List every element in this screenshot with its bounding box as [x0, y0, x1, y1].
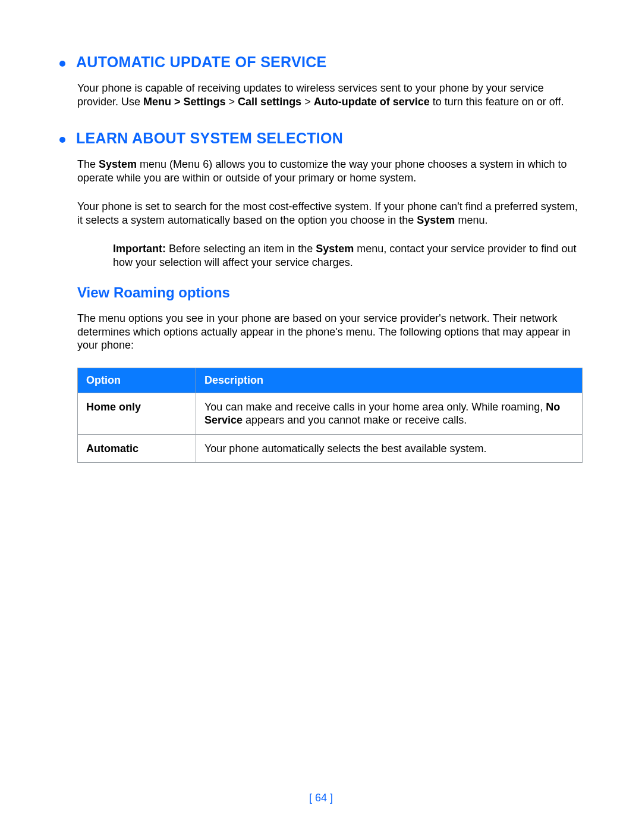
bold-term: System — [316, 243, 354, 255]
paragraph: Your phone is set to search for the most… — [77, 200, 583, 227]
bullet-icon — [59, 137, 65, 143]
text: You can make and receive calls in your h… — [204, 401, 546, 413]
table-header-row: Option Description — [78, 368, 583, 393]
option-cell: Automatic — [78, 434, 196, 463]
document-page: AUTOMATIC UPDATE OF SERVICE Your phone i… — [0, 0, 642, 840]
text: appears and you cannot make or receive c… — [246, 414, 467, 426]
section-heading-system-selection: LEARN ABOUT SYSTEM SELECTION — [59, 130, 583, 147]
option-cell: Home only — [78, 393, 196, 434]
subheading-roaming-options: View Roaming options — [77, 284, 583, 301]
text: menu (Menu 6) allows you to customize th… — [77, 158, 567, 184]
table-row: Automatic Your phone automatically selec… — [78, 434, 583, 463]
text: The — [77, 158, 99, 170]
paragraph: The System menu (Menu 6) allows you to c… — [77, 158, 583, 184]
bold-term: System — [417, 214, 455, 226]
paragraph: Your phone is capable of receiving updat… — [77, 82, 583, 108]
text: > — [229, 96, 238, 108]
table-header-description: Description — [196, 368, 583, 393]
bullet-icon — [59, 61, 65, 67]
menu-path-bold: Menu > Settings — [143, 96, 226, 108]
text: to turn this feature on or off. — [433, 96, 564, 108]
text: > — [304, 96, 314, 108]
note-label: Important: — [113, 243, 166, 255]
text: Before selecting an item in the — [169, 243, 316, 255]
text: Your phone automatically selects the bes… — [204, 443, 487, 455]
text: menu. — [458, 214, 487, 226]
options-table: Option Description Home only You can mak… — [77, 368, 583, 463]
text: Your phone is set to search for the most… — [77, 200, 578, 226]
section-title: AUTOMATIC UPDATE OF SERVICE — [76, 54, 327, 71]
menu-path-bold: Auto-update of service — [314, 96, 430, 108]
section-title: LEARN ABOUT SYSTEM SELECTION — [76, 130, 343, 147]
table-row: Home only You can make and receive calls… — [78, 393, 583, 434]
page-number: [ 64 ] — [0, 792, 642, 804]
description-cell: Your phone automatically selects the bes… — [196, 434, 583, 463]
important-note: Important: Before selecting an item in t… — [113, 242, 583, 269]
menu-path-bold: Call settings — [238, 96, 301, 108]
section-heading-auto-update: AUTOMATIC UPDATE OF SERVICE — [59, 54, 583, 71]
paragraph: The menu options you see in your phone a… — [77, 312, 583, 352]
table-header-option: Option — [78, 368, 196, 393]
description-cell: You can make and receive calls in your h… — [196, 393, 583, 434]
bold-term: System — [99, 158, 137, 170]
